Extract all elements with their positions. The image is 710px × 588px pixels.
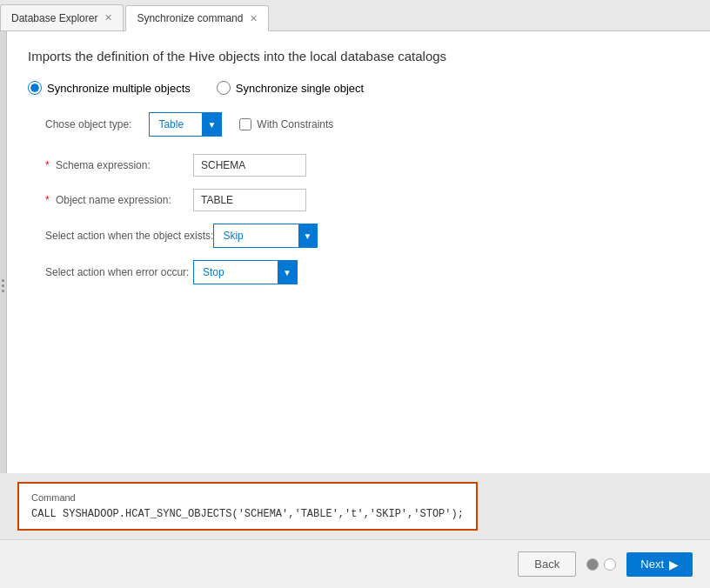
object-name-required-star: * — [45, 194, 50, 206]
action-exists-value: Skip — [214, 230, 298, 242]
radio-sync-single[interactable]: Synchronize single object — [217, 81, 364, 95]
radio-sync-single-input[interactable] — [217, 81, 231, 95]
resize-dots — [2, 279, 4, 292]
step-dot-2 — [604, 558, 616, 571]
back-button[interactable]: Back — [518, 551, 576, 577]
tab-synchronize-command-label: Synchronize command — [137, 12, 243, 24]
command-title: Command — [31, 492, 464, 503]
schema-required-star: * — [45, 159, 50, 171]
radio-sync-multiple[interactable]: Synchronize multiple objects — [28, 81, 191, 95]
next-button[interactable]: Next ▶ — [626, 552, 693, 577]
step-dot-1 — [586, 558, 599, 571]
object-type-dropdown[interactable]: Table ▼ — [149, 112, 222, 137]
tab-synchronize-command[interactable]: Synchronize command ✕ — [125, 5, 269, 31]
action-exists-arrow-icon: ▼ — [298, 224, 318, 247]
tab-database-explorer[interactable]: Database Explorer ✕ — [0, 4, 124, 30]
schema-field-row: * Schema expression: — [45, 154, 689, 177]
schema-input[interactable] — [193, 154, 306, 177]
object-type-value: Table — [150, 118, 202, 130]
action-error-arrow-icon: ▼ — [278, 261, 297, 284]
command-text: CALL SYSHADOOP.HCAT_SYNC_OBJECTS('SCHEMA… — [31, 508, 464, 520]
tab-database-explorer-close[interactable]: ✕ — [104, 12, 112, 23]
radio-group: Synchronize multiple objects Synchronize… — [28, 81, 689, 95]
page-title: Imports the definition of the Hive objec… — [28, 49, 689, 63]
with-constraints-checkbox[interactable] — [239, 118, 251, 130]
object-type-arrow-icon: ▼ — [202, 113, 221, 136]
action-error-dropdown[interactable]: Stop ▼ — [193, 260, 298, 284]
schema-label: * Schema expression: — [45, 159, 193, 171]
command-box: Command CALL SYSHADOOP.HCAT_SYNC_OBJECTS… — [17, 482, 478, 531]
command-section: Command CALL SYSHADOOP.HCAT_SYNC_OBJECTS… — [0, 473, 710, 539]
next-arrow-icon: ▶ — [669, 558, 679, 571]
object-type-label: Chose object type: — [45, 118, 131, 130]
tab-database-explorer-label: Database Explorer — [11, 12, 97, 24]
footer-bar: Back Next ▶ — [0, 539, 710, 588]
tab-synchronize-command-close[interactable]: ✕ — [250, 13, 258, 24]
object-type-row: Chose object type: Table ▼ With Constrai… — [45, 112, 689, 137]
schema-label-text: Schema expression: — [56, 159, 151, 171]
object-name-label: * Object name expression: — [45, 194, 193, 206]
action-error-value: Stop — [194, 266, 278, 278]
tab-bar: Database Explorer ✕ Synchronize command … — [0, 0, 710, 31]
object-name-input[interactable] — [193, 189, 306, 211]
constraints-checkbox-row: With Constraints — [239, 118, 333, 130]
action-exists-row: Select action when the object exists: Sk… — [45, 224, 689, 248]
action-exists-label: Select action when the object exists: — [45, 230, 213, 242]
resize-handle[interactable] — [0, 31, 7, 539]
step-indicators — [586, 558, 616, 571]
next-button-label: Next — [640, 558, 664, 571]
radio-sync-single-label: Synchronize single object — [236, 82, 364, 95]
object-name-field-row: * Object name expression: — [45, 189, 689, 211]
radio-sync-multiple-input[interactable] — [28, 81, 42, 95]
form-section: Chose object type: Table ▼ With Constrai… — [45, 112, 689, 284]
object-name-label-text: Object name expression: — [56, 194, 171, 206]
with-constraints-label: With Constraints — [257, 118, 333, 130]
action-exists-dropdown[interactable]: Skip ▼ — [213, 224, 318, 248]
main-content: Imports the definition of the Hive objec… — [7, 31, 710, 539]
action-error-row: Select action when error occur: Stop ▼ — [45, 260, 689, 284]
radio-sync-multiple-label: Synchronize multiple objects — [47, 82, 191, 95]
action-error-label: Select action when error occur: — [45, 266, 193, 278]
